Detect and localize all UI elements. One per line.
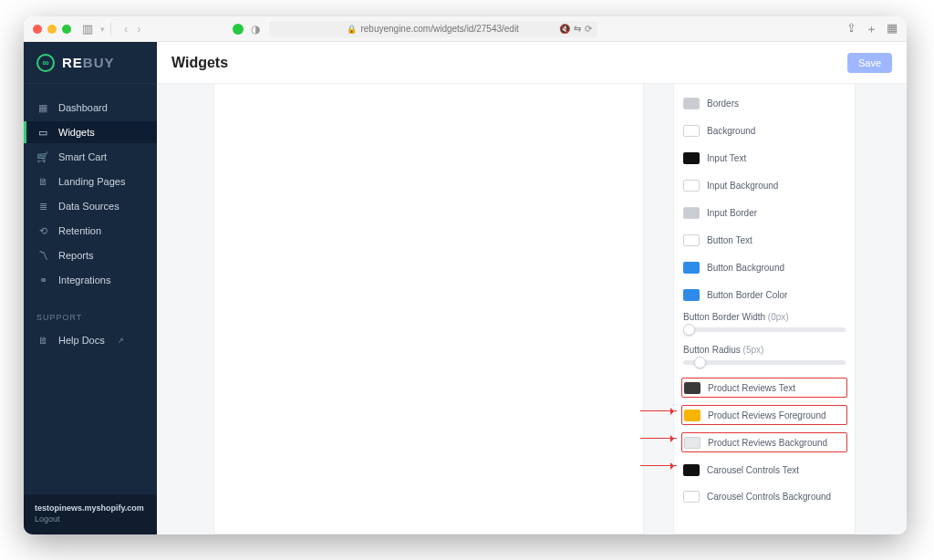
sidebar-toggle-icon[interactable]: ▥ <box>82 22 93 36</box>
sidebar-item-label: Integrations <box>58 275 110 285</box>
sidebar-footer: testopinews.myshopify.com Logout <box>24 494 157 534</box>
color-swatch[interactable] <box>683 464 700 476</box>
brand-text: REBUY <box>62 55 115 70</box>
color-row-reviews-text[interactable]: Product Reviews Text <box>681 378 847 398</box>
slider-track[interactable] <box>683 327 846 332</box>
refresh-icon: ⟲ <box>36 225 49 237</box>
privacy-shield-icon[interactable]: ◑ <box>251 23 260 36</box>
color-row-input-text[interactable]: Input Text <box>681 148 847 168</box>
sidebar-item-label: Landing Pages <box>58 176 125 187</box>
external-link-icon: ↗ <box>118 337 124 345</box>
main-area: Widgets Save Borders Background <box>157 42 907 534</box>
color-swatch[interactable] <box>684 410 700 421</box>
reload-icon[interactable]: ⟳ <box>585 24 592 34</box>
color-row-reviews-foreground[interactable]: Product Reviews Foreground <box>681 405 847 425</box>
workspace: Borders Background Input Text Input <box>157 84 907 534</box>
link-icon: ⚭ <box>36 275 49 286</box>
row-label: Button Border Color <box>707 290 787 300</box>
color-swatch[interactable] <box>683 98 700 109</box>
box-icon: ▭ <box>36 127 49 139</box>
logout-link[interactable]: Logout <box>35 514 146 524</box>
color-row-button-text[interactable]: Button Text <box>681 230 847 250</box>
color-row-button-background[interactable]: Button Background <box>681 257 847 277</box>
sidebar-item-label: Dashboard <box>58 102 108 113</box>
color-row-carousel-background[interactable]: Carousel Controls Background <box>681 487 847 505</box>
shop-domain: testopinews.myshopify.com <box>35 503 146 513</box>
color-swatch[interactable] <box>683 125 700 137</box>
save-button[interactable]: Save <box>847 53 892 73</box>
color-row-borders[interactable]: Borders <box>681 93 847 113</box>
sidebar-item-reports[interactable]: 〽 Reports <box>24 244 157 266</box>
close-window-icon[interactable] <box>33 25 42 34</box>
back-icon[interactable]: ‹ <box>124 22 128 36</box>
color-row-carousel-text[interactable]: Carousel Controls Text <box>681 460 847 480</box>
traffic-lights[interactable] <box>33 25 71 34</box>
extension-icon[interactable] <box>233 24 244 35</box>
doc-icon: 🗎 <box>36 335 49 346</box>
color-swatch[interactable] <box>683 262 700 274</box>
sidebar-item-integrations[interactable]: ⚭ Integrations <box>24 269 157 291</box>
maximize-window-icon[interactable] <box>62 25 71 34</box>
sidebar-item-smart-cart[interactable]: 🛒 Smart Cart <box>24 146 157 168</box>
share-icon[interactable]: ⇪ <box>846 21 856 37</box>
grid-icon: ▦ <box>36 102 49 114</box>
row-label: Carousel Controls Text <box>707 465 799 475</box>
sidebar-item-data-sources[interactable]: ≣ Data Sources <box>24 195 157 217</box>
row-label: Input Text <box>707 153 746 163</box>
slider-track[interactable] <box>683 360 846 365</box>
chevron-down-icon[interactable]: ▾ <box>100 25 105 34</box>
widget-preview-panel <box>213 84 644 534</box>
slider-button-radius[interactable]: Button Radius (5px) <box>683 345 846 365</box>
color-swatch[interactable] <box>683 289 700 301</box>
sidebar-item-landing-pages[interactable]: 🗎 Landing Pages <box>24 171 157 192</box>
sidebar-item-label: Smart Cart <box>58 151 107 162</box>
audio-icon[interactable]: 🔇 <box>559 24 570 34</box>
slider-value: (5px) <box>743 345 764 355</box>
color-swatch[interactable] <box>683 207 700 219</box>
forward-icon[interactable]: › <box>137 22 140 36</box>
slider-button-border-width[interactable]: Button Border Width (0px) <box>683 312 846 332</box>
sidebar-item-retention[interactable]: ⟲ Retention <box>24 220 157 242</box>
row-label: Product Reviews Foreground <box>708 410 826 420</box>
support-header: SUPPORT <box>24 313 157 322</box>
sidebar-item-label: Reports <box>58 250 94 261</box>
brand-logo[interactable]: ∞ REBUY <box>24 42 157 84</box>
page-topbar: Widgets Save <box>157 42 907 84</box>
color-swatch[interactable] <box>684 382 700 394</box>
callout-arrow-icon <box>640 410 677 411</box>
color-swatch[interactable] <box>684 437 700 449</box>
sidebar-item-dashboard[interactable]: ▦ Dashboard <box>24 97 157 119</box>
color-row-button-border-color[interactable]: Button Border Color <box>681 285 847 305</box>
reader-icon[interactable]: ⇆ <box>574 24 581 34</box>
sidebar-item-help-docs[interactable]: 🗎 Help Docs ↗ <box>24 329 157 351</box>
sidebar: ∞ REBUY ▦ Dashboard ▭ Widgets 🛒 Smart Ca… <box>24 42 157 534</box>
color-row-background[interactable]: Background <box>681 120 847 140</box>
color-swatch[interactable] <box>683 234 700 246</box>
row-label: Product Reviews Background <box>708 438 827 448</box>
slider-thumb[interactable] <box>683 324 695 336</box>
color-swatch[interactable] <box>683 152 700 164</box>
app-root: ∞ REBUY ▦ Dashboard ▭ Widgets 🛒 Smart Ca… <box>24 42 907 534</box>
color-swatch[interactable] <box>683 491 700 503</box>
new-tab-icon[interactable]: ＋ <box>866 21 877 37</box>
color-row-input-border[interactable]: Input Border <box>681 202 847 223</box>
page-icon: 🗎 <box>36 176 49 187</box>
sidebar-item-widgets[interactable]: ▭ Widgets <box>24 121 157 143</box>
tabs-overview-icon[interactable]: ▦ <box>887 21 898 37</box>
minimize-window-icon[interactable] <box>47 25 57 34</box>
color-row-input-background[interactable]: Input Background <box>681 175 847 195</box>
color-swatch[interactable] <box>683 180 700 192</box>
style-inspector-panel: Borders Background Input Text Input <box>673 84 856 534</box>
color-row-reviews-background[interactable]: Product Reviews Background <box>681 432 847 452</box>
lock-icon: 🔒 <box>347 25 357 34</box>
row-label: Background <box>707 126 755 136</box>
page-title: Widgets <box>171 55 228 71</box>
row-label: Button Text <box>707 235 752 245</box>
slider-label: Button Border Width <box>683 312 765 322</box>
list-icon: ≣ <box>36 201 49 213</box>
row-label: Borders <box>707 99 739 109</box>
address-bar[interactable]: 🔒 rebuyengine.com/widgets/id/27543/edit … <box>269 21 597 37</box>
slider-thumb[interactable] <box>694 357 706 368</box>
trend-icon: 〽 <box>36 250 49 261</box>
sidebar-item-label: Data Sources <box>58 201 119 212</box>
